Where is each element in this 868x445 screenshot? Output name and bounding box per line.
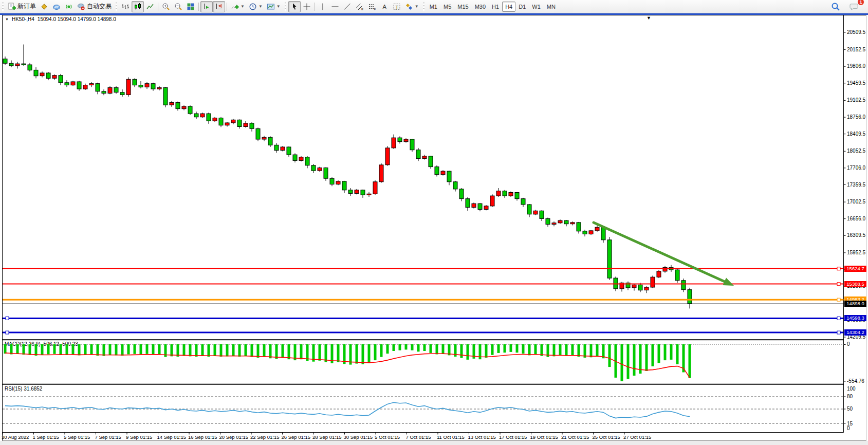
bar-chart-button[interactable] [119,1,132,12]
alerts-button[interactable] [63,1,75,12]
current-price-label: 14898.0 [844,301,866,307]
search-button[interactable] [829,1,842,12]
price-tick-label: 19102.5 [847,97,867,103]
rsi-axis-label: 0 [847,425,867,431]
indicators-button[interactable]: ▼ [229,1,247,12]
toolbar-grip [1,2,5,11]
chart-shift-icon [215,3,223,11]
svg-text:A: A [382,4,386,10]
toolbar-grip [115,2,118,11]
fibonacci-tool-button[interactable]: F [366,1,378,12]
macd-indicator-label: MACD(12,26,9) -506.12 -500.23 [5,341,78,347]
rsi-axis-label: 50 [847,406,867,412]
zoom-out-button[interactable] [172,1,184,12]
line-chart-button[interactable] [144,1,156,12]
svg-text:F: F [374,8,376,11]
chevron-down-icon: ▼ [415,4,419,9]
fibonacci-icon: F [368,3,376,11]
new-order-button[interactable]: 新订单 [6,1,38,12]
price-tick-label: 15952.5 [847,250,867,255]
price-line-label: 15308.5 [844,281,866,287]
toolbar-grip [422,2,426,11]
chart-shift-marker: ▼ [647,15,651,21]
clock-icon [249,3,257,11]
crosshair-tool-button[interactable] [301,1,313,12]
vertical-line-icon [319,3,327,11]
zoom-in-icon [162,3,170,11]
cursor-tool-button[interactable] [288,1,301,12]
price-tick-label: 18756.0 [847,114,867,120]
periods-button[interactable]: ▼ [247,1,265,12]
timeframe-m5-button[interactable]: M5 [440,2,454,12]
timeframe-d1-button[interactable]: D1 [515,2,529,12]
strategy-tester-button[interactable] [50,1,63,12]
time-tick-label: 30 Sep 01:15 [344,434,373,440]
horizontal-line-tool-button[interactable] [329,1,341,12]
timeframe-mn-button[interactable]: MN [544,2,559,12]
time-tick-label: 5 Sep 01:15 [64,434,90,440]
svg-text:T: T [395,4,398,9]
time-tick-label: 30 Aug 2022 [2,434,29,440]
time-tick-label: 16 Sep 01:15 [188,434,217,440]
price-tick-label: 18409.5 [847,131,867,137]
market-watch-button[interactable] [38,1,50,12]
arrows-tool-button[interactable]: ▼ [403,1,421,12]
bar-chart-icon [121,3,130,11]
timeframe-w1-button[interactable]: W1 [529,2,544,12]
candlestick-chart-button[interactable] [132,1,144,12]
macd-axis-label: 0 [847,341,867,347]
label-tool-button[interactable]: T [391,1,403,12]
timeframe-m30-button[interactable]: M30 [472,2,489,12]
text-label-icon: T [393,3,401,11]
rsi-indicator-label: RSI(15) 31.6852 [5,386,42,392]
timeframe-m15-button[interactable]: M15 [454,2,471,12]
channel-tool-button[interactable]: E [354,1,366,12]
svg-text:E: E [361,8,363,11]
price-tick-label: 20152.5 [847,47,867,52]
timeframe-h1-button[interactable]: H1 [489,2,502,12]
timeframe-h4-button[interactable]: H4 [502,2,515,12]
time-tick-label: 11 Oct 01:15 [437,434,465,440]
toolbar-separator [227,3,227,11]
price-tick-label: 17359.5 [847,182,867,188]
templates-button[interactable]: ▼ [265,1,283,12]
price-tick-label: 19806.0 [847,63,867,69]
time-tick-label: 28 Sep 01:15 [312,434,342,440]
chart-menu-icon[interactable]: ▼ [5,17,9,21]
chevron-down-icon: ▼ [241,4,245,9]
zoom-in-button[interactable] [160,1,172,12]
timeframe-m1-button[interactable]: M1 [427,2,440,12]
price-line-label: 15624.7 [844,266,866,272]
autotrading-button[interactable]: 自动交易 [75,1,114,12]
chevron-down-icon: ▼ [276,4,281,9]
price-tick-label: 16656.0 [847,216,867,221]
time-tick-label: 7 Sep 01:15 [95,434,121,440]
notifications-button[interactable]: 1 [847,1,861,12]
time-tick-label: 27 Oct 01:15 [623,434,651,440]
chart-ohlc-values: 15094.0 15094.0 14799.0 14898.0 [38,16,116,22]
time-tick-label: 25 Oct 01:15 [593,434,620,440]
price-tick-label: 19459.5 [847,80,867,86]
autotrading-icon [77,3,85,11]
time-tick-label: 13 Oct 01:15 [468,434,496,440]
zoom-out-icon [174,3,182,11]
gold-bar-icon [40,3,48,11]
time-tick-label: 1 Sep 01:15 [33,434,59,440]
arrows-icon [405,3,413,11]
chart-title: ▼ HK50-,H4 15094.0 15094.0 14799.0 14898… [5,16,116,22]
horizontal-line-icon [331,3,339,11]
cloud-chart-icon [52,3,61,11]
vertical-line-tool-button[interactable] [317,1,329,12]
tile-windows-button[interactable] [184,1,197,12]
price-tick-label: 17706.0 [847,165,867,171]
chart-shift-button[interactable] [213,1,225,12]
chart-area[interactable] [3,15,843,340]
rsi-axis-label: 80 [847,394,867,399]
text-tool-button[interactable]: A [378,1,391,12]
crosshair-icon [303,3,311,11]
auto-scroll-button[interactable] [200,1,213,12]
price-axis[interactable] [844,15,866,433]
trendline-tool-button[interactable] [341,1,354,12]
autotrading-label: 自动交易 [87,2,112,11]
search-icon [831,2,840,11]
